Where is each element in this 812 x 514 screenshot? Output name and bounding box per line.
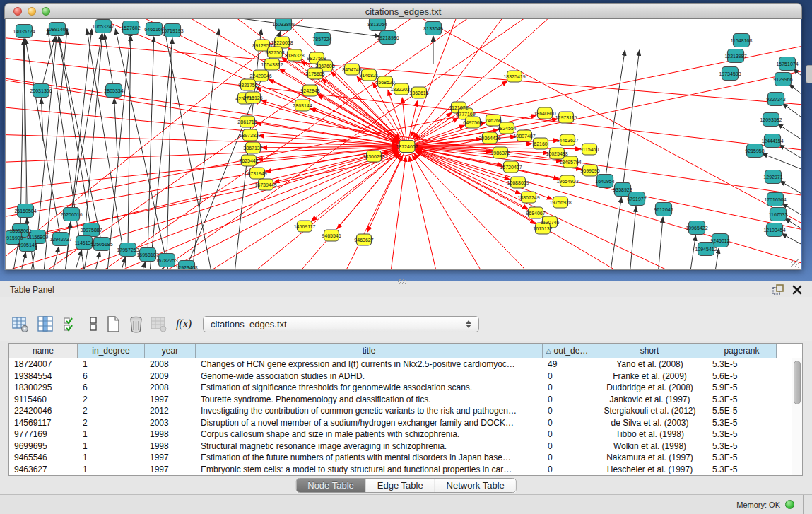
table-row[interactable]: 1830029562008Estimation of significance …	[9, 382, 792, 394]
table-mode-icon[interactable]	[10, 314, 30, 334]
cell-in_degree[interactable]: 6	[78, 382, 145, 394]
cell-out_degree[interactable]: 0	[543, 464, 592, 476]
cell-short[interactable]: Stergiakouli et al. (2012)	[592, 405, 707, 417]
table-row[interactable]: 946554611997Estimation of the future num…	[9, 452, 792, 464]
column-header-in_degree[interactable]: in_degree	[78, 344, 145, 358]
cell-pagerank[interactable]: 5.3E-5	[707, 394, 777, 406]
memory-ok-icon[interactable]	[785, 500, 794, 509]
function-builder-icon[interactable]: f(x)	[174, 314, 194, 334]
column-header-pagerank[interactable]: pagerank	[707, 344, 777, 358]
cell-short[interactable]: Dudbridge et al. (2008)	[592, 382, 707, 394]
cell-year[interactable]: 2012	[145, 405, 196, 417]
column-select-icon[interactable]	[61, 314, 81, 334]
cell-year[interactable]: 1998	[145, 440, 196, 452]
cell-short[interactable]: Wolkin et al. (1998)	[592, 440, 707, 452]
cell-out_degree[interactable]: 0	[543, 452, 592, 464]
cell-short[interactable]: Tibbo et al. (1998)	[592, 428, 707, 440]
cell-year[interactable]: 2008	[145, 382, 196, 394]
cell-name[interactable]: 18724007	[9, 358, 78, 370]
cell-title[interactable]: Corpus callosum shape and size in male p…	[196, 428, 543, 440]
cell-year[interactable]: 2008	[145, 358, 196, 370]
cell-short[interactable]: Hescheler et al. (1997)	[592, 464, 707, 476]
cell-title[interactable]: Estimation of significance thresholds fo…	[196, 382, 543, 394]
cell-pagerank[interactable]: 5.3E-5	[707, 452, 777, 464]
cell-out_degree[interactable]: 0	[543, 428, 592, 440]
cell-pagerank[interactable]: 5.3E-5	[707, 358, 777, 370]
table-row[interactable]: 1872400712008Changes of HCN gene express…	[9, 358, 792, 370]
network-canvas[interactable]: 1403572420891406106532471527602646616010…	[5, 19, 801, 270]
table-row[interactable]: 1456911722003Disruption of a novel membe…	[9, 417, 792, 429]
citation-network-graph[interactable]: 1403572420891406106532471527602646616010…	[6, 19, 801, 270]
column-header-out_degree[interactable]: △out_de…	[543, 344, 592, 358]
window-titlebar[interactable]: citations_edges.txt	[4, 3, 802, 19]
column-header-title[interactable]: title	[196, 344, 543, 358]
table-row[interactable]: 911546021997Tourette syndrome. Phenomeno…	[9, 394, 792, 406]
table-row[interactable]: 946362711997Embryonic stem cells: a mode…	[9, 464, 792, 476]
cell-in_degree[interactable]: 2	[78, 405, 145, 417]
delete-column-icon[interactable]	[126, 314, 146, 334]
cell-in_degree[interactable]: 1	[78, 440, 145, 452]
table-row[interactable]: 969969511998Structural magnetic resonanc…	[9, 440, 792, 452]
cell-title[interactable]: Genome-wide association studies in ADHD.	[196, 370, 543, 382]
column-visibility-icon[interactable]	[35, 314, 55, 334]
cell-pagerank[interactable]: 5.5E-5	[707, 405, 777, 417]
cell-title[interactable]: Disruption of a novel member of a sodium…	[196, 417, 543, 429]
cell-name[interactable]: 18300295	[9, 382, 78, 394]
cell-out_degree[interactable]: 0	[543, 405, 592, 417]
cell-pagerank[interactable]: 5.3E-5	[707, 428, 777, 440]
column-header-short[interactable]: short	[592, 344, 707, 358]
cell-name[interactable]: 14569117	[9, 417, 78, 429]
table-vertical-scrollbar[interactable]	[792, 358, 802, 475]
cell-name[interactable]: 9115460	[9, 394, 78, 406]
cell-in_degree[interactable]: 6	[78, 370, 145, 382]
table-row[interactable]: 977716911998Corpus callosum shape and si…	[9, 428, 792, 440]
cell-title[interactable]: Tourette syndrome. Phenomenology and cla…	[196, 394, 543, 406]
cell-short[interactable]: Yano et al. (2008)	[592, 358, 707, 370]
cell-in_degree[interactable]: 1	[78, 464, 145, 476]
cell-name[interactable]: 19384554	[9, 370, 78, 382]
cell-pagerank[interactable]: 5.9E-5	[707, 382, 777, 394]
row-style-icon[interactable]	[83, 314, 103, 334]
cell-out_degree[interactable]: 0	[543, 394, 592, 406]
table-row[interactable]: 2242004622012Investigating the contribut…	[9, 405, 792, 417]
table-row[interactable]: 1938455462009Genome-wide association stu…	[9, 370, 792, 382]
cell-short[interactable]: de Silva et al. (2003)	[592, 417, 707, 429]
cell-title[interactable]: Investigating the contribution of common…	[196, 405, 543, 417]
cell-year[interactable]: 1997	[145, 464, 196, 476]
cell-name[interactable]: 9465546	[9, 452, 78, 464]
cell-year[interactable]: 1997	[145, 394, 196, 406]
create-column-icon[interactable]	[103, 314, 123, 334]
float-panel-icon[interactable]	[772, 284, 784, 298]
cell-title[interactable]: Embryonic stem cells: a model to study s…	[196, 464, 543, 476]
cell-out_degree[interactable]: 0	[543, 382, 592, 394]
cell-in_degree[interactable]: 2	[78, 394, 145, 406]
tab-node-table[interactable]: Node Table	[296, 479, 366, 492]
column-header-name[interactable]: name	[9, 344, 78, 358]
tab-network-table[interactable]: Network Table	[435, 479, 516, 492]
close-panel-icon[interactable]	[792, 285, 802, 298]
cell-short[interactable]: Franke et al. (2009)	[592, 370, 707, 382]
cell-name[interactable]: 22420046	[9, 405, 78, 417]
splitter-grip[interactable]	[398, 279, 406, 284]
cell-in_degree[interactable]: 1	[78, 452, 145, 464]
cell-short[interactable]: Nakamura et al. (1997)	[592, 452, 707, 464]
cell-pagerank[interactable]: 5.3E-5	[707, 417, 777, 429]
cell-year[interactable]: 1997	[145, 452, 196, 464]
cell-year[interactable]: 1998	[145, 428, 196, 440]
cell-in_degree[interactable]: 1	[78, 428, 145, 440]
cell-year[interactable]: 2009	[145, 370, 196, 382]
cell-title[interactable]: Structural magnetic resonance image aver…	[196, 440, 543, 452]
cell-pagerank[interactable]: 5.3E-5	[707, 440, 777, 452]
tab-edge-table[interactable]: Edge Table	[366, 479, 435, 492]
column-header-year[interactable]: year	[145, 344, 196, 358]
cell-in_degree[interactable]: 2	[78, 417, 145, 429]
cell-out_degree[interactable]: 0	[543, 417, 592, 429]
scrollbar-thumb[interactable]	[794, 361, 801, 404]
cell-title[interactable]: Estimation of the future numbers of pati…	[196, 452, 543, 464]
delete-table-icon[interactable]	[148, 314, 168, 334]
cell-title[interactable]: Changes of HCN gene expression and I(f) …	[196, 358, 543, 370]
cell-out_degree[interactable]: 0	[543, 440, 592, 452]
cell-out_degree[interactable]: 0	[543, 370, 592, 382]
cell-pagerank[interactable]: 5.3E-5	[707, 464, 777, 476]
cell-out_degree[interactable]: 49	[543, 358, 592, 370]
